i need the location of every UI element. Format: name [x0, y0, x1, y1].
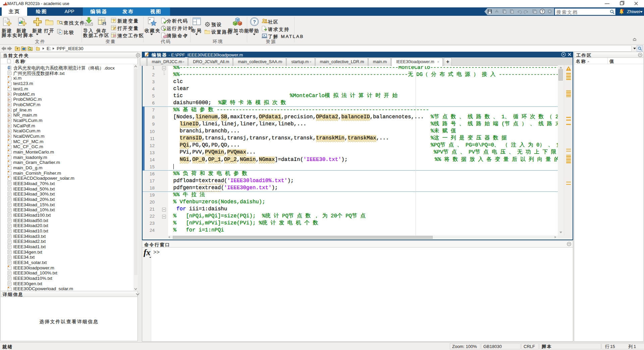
- svg-text:fx: fx: [8, 135, 10, 138]
- svg-text:fx: fx: [8, 93, 10, 96]
- svg-text:fx: fx: [8, 114, 10, 117]
- svg-text:»: »: [149, 18, 151, 21]
- svg-text:?: ?: [253, 19, 256, 25]
- svg-text:fx: fx: [8, 98, 10, 101]
- svg-text:fx: fx: [8, 124, 10, 127]
- svg-text:W: W: [8, 67, 10, 69]
- svg-text:fx: fx: [8, 103, 10, 106]
- svg-text:?: ?: [541, 9, 544, 13]
- svg-text:fx: fx: [8, 108, 10, 112]
- svg-text:fx: fx: [8, 130, 10, 133]
- svg-text:fx: fx: [8, 119, 10, 122]
